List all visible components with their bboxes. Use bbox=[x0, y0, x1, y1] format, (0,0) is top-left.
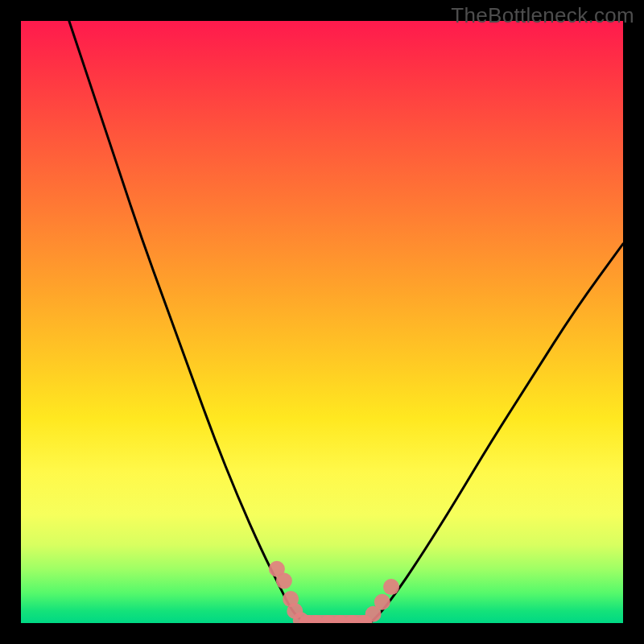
curve-left-branch bbox=[69, 21, 304, 623]
marker-dot bbox=[383, 579, 399, 595]
marker-dot bbox=[299, 615, 315, 623]
marker-dot bbox=[293, 612, 309, 623]
marker-dot bbox=[276, 573, 292, 589]
marker-dot bbox=[365, 606, 382, 622]
marker-dot bbox=[320, 615, 336, 623]
marker-dot bbox=[356, 615, 372, 623]
chart-frame: TheBottleneck.com bbox=[0, 0, 644, 644]
marker-dot bbox=[374, 594, 390, 610]
plot-area bbox=[21, 21, 623, 623]
marker-dot bbox=[283, 591, 299, 607]
marker-dot bbox=[287, 603, 303, 619]
watermark-text: TheBottleneck.com bbox=[451, 3, 634, 28]
marker-dot bbox=[308, 615, 324, 623]
marker-dot bbox=[332, 615, 348, 623]
marker-dot bbox=[269, 561, 285, 577]
marker-dot bbox=[344, 615, 360, 623]
curve-layer bbox=[21, 21, 623, 623]
curve-right-branch bbox=[370, 244, 623, 623]
